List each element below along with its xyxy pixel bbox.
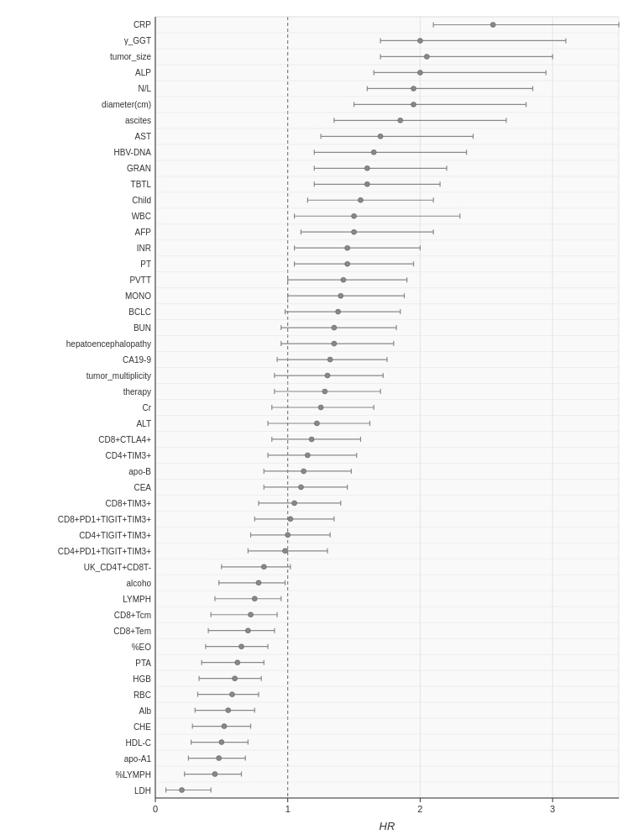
svg-text:PT: PT xyxy=(140,260,151,269)
svg-point-262 xyxy=(233,676,238,681)
svg-point-112 xyxy=(358,197,363,202)
svg-text:0: 0 xyxy=(153,804,158,814)
svg-text:HGB: HGB xyxy=(133,675,151,684)
svg-text:3: 3 xyxy=(550,804,555,814)
svg-text:CEA: CEA xyxy=(134,483,151,492)
svg-text:RBC: RBC xyxy=(134,690,151,700)
svg-text:AST: AST xyxy=(135,132,151,141)
svg-text:alcoho: alcoho xyxy=(127,579,152,588)
svg-text:HDL-C: HDL-C xyxy=(125,738,151,748)
svg-text:MONO: MONO xyxy=(125,291,151,301)
svg-point-117 xyxy=(352,213,357,218)
svg-text:LDH: LDH xyxy=(134,786,151,795)
svg-text:1: 1 xyxy=(285,804,291,814)
svg-point-267 xyxy=(229,692,234,697)
svg-point-82 xyxy=(411,102,416,107)
svg-text:tumor_multiplicity: tumor_multiplicity xyxy=(86,371,151,381)
svg-point-122 xyxy=(352,229,357,234)
svg-point-187 xyxy=(309,437,314,442)
svg-point-207 xyxy=(292,501,297,506)
svg-text:INR: INR xyxy=(137,244,151,253)
svg-point-227 xyxy=(261,564,266,570)
svg-text:UK_CD4T+CD8T-: UK_CD4T+CD8T- xyxy=(84,563,151,572)
svg-text:%LYMPH: %LYMPH xyxy=(115,770,151,780)
svg-point-147 xyxy=(336,309,341,314)
svg-text:ALP: ALP xyxy=(135,68,151,77)
svg-point-212 xyxy=(288,517,293,522)
svg-rect-0 xyxy=(155,17,619,798)
svg-text:BCLC: BCLC xyxy=(128,307,151,317)
svg-point-157 xyxy=(332,341,337,346)
svg-text:CD8+TIM3+: CD8+TIM3+ xyxy=(106,499,152,508)
svg-text:GRAN: GRAN xyxy=(127,164,151,173)
chart-container: // Read data and draw chart CRPγ_GGTtumo… xyxy=(0,0,644,840)
svg-point-152 xyxy=(332,325,337,330)
svg-text:WBC: WBC xyxy=(132,212,151,221)
svg-text:CD4+TIGIT+TIM3+: CD4+TIGIT+TIM3+ xyxy=(79,531,151,540)
svg-point-107 xyxy=(364,181,369,186)
svg-point-292 xyxy=(212,772,217,777)
svg-text:diameter(cm): diameter(cm) xyxy=(102,100,151,109)
svg-text:CRP: CRP xyxy=(134,20,151,29)
svg-point-182 xyxy=(314,421,319,426)
svg-text:BUN: BUN xyxy=(134,323,151,333)
svg-point-72 xyxy=(417,70,422,75)
svg-point-222 xyxy=(283,549,288,554)
svg-point-192 xyxy=(305,453,310,458)
svg-text:CD8+CTLA4+: CD8+CTLA4+ xyxy=(98,435,151,444)
svg-text:ALT: ALT xyxy=(136,419,151,428)
svg-text:apo-B: apo-B xyxy=(128,467,151,476)
svg-text:Alb: Alb xyxy=(139,706,152,716)
svg-text:CHE: CHE xyxy=(134,722,151,732)
svg-point-87 xyxy=(398,118,403,123)
svg-text:γ_GGT: γ_GGT xyxy=(124,36,151,45)
svg-text:hepatoencephalopathy: hepatoencephalopathy xyxy=(66,339,151,349)
svg-point-177 xyxy=(318,405,323,410)
svg-text:CD8+PD1+TIGIT+TIM3+: CD8+PD1+TIGIT+TIM3+ xyxy=(58,515,151,524)
svg-text:LYMPH: LYMPH xyxy=(123,595,151,604)
svg-point-57 xyxy=(490,22,495,27)
svg-point-277 xyxy=(222,724,227,729)
svg-text:PVTT: PVTT xyxy=(129,276,151,285)
svg-point-287 xyxy=(217,756,222,761)
svg-text:N/L: N/L xyxy=(138,84,151,93)
svg-point-257 xyxy=(235,660,240,665)
svg-point-167 xyxy=(325,373,330,378)
svg-point-102 xyxy=(364,165,369,171)
svg-point-232 xyxy=(256,580,261,585)
svg-text:therapy: therapy xyxy=(123,387,151,396)
svg-text:CD4+TIM3+: CD4+TIM3+ xyxy=(106,451,152,460)
svg-point-282 xyxy=(219,740,224,745)
forest-plot-svg: // Read data and draw chart CRPγ_GGTtumo… xyxy=(0,0,644,840)
svg-text:CD8+Tcm: CD8+Tcm xyxy=(114,611,151,620)
svg-point-202 xyxy=(298,485,303,490)
svg-point-272 xyxy=(226,708,231,713)
svg-text:2: 2 xyxy=(417,804,422,814)
svg-point-142 xyxy=(338,293,343,298)
svg-text:apo-A1: apo-A1 xyxy=(124,754,152,764)
svg-point-172 xyxy=(322,389,327,394)
svg-text:CA19-9: CA19-9 xyxy=(123,355,151,365)
svg-text:%EO: %EO xyxy=(132,643,152,652)
svg-point-97 xyxy=(371,150,376,155)
svg-text:HR: HR xyxy=(380,820,395,832)
svg-point-62 xyxy=(417,38,422,43)
svg-point-132 xyxy=(345,261,350,266)
svg-point-67 xyxy=(424,54,429,59)
svg-point-162 xyxy=(327,357,332,362)
svg-text:HBV-DNA: HBV-DNA xyxy=(114,148,152,157)
svg-point-137 xyxy=(341,277,346,282)
svg-text:CD8+Tem: CD8+Tem xyxy=(113,627,151,636)
svg-text:AFP: AFP xyxy=(135,228,152,237)
svg-text:CD4+PD1+TIGIT+TIM3+: CD4+PD1+TIGIT+TIM3+ xyxy=(58,547,151,556)
svg-point-252 xyxy=(239,644,244,649)
svg-point-242 xyxy=(249,612,254,617)
svg-point-297 xyxy=(180,788,185,793)
svg-text:Cr: Cr xyxy=(142,403,151,412)
svg-text:TBTL: TBTL xyxy=(131,180,152,189)
svg-point-197 xyxy=(301,469,306,474)
svg-point-92 xyxy=(378,134,383,139)
svg-text:PTA: PTA xyxy=(135,659,151,668)
svg-point-217 xyxy=(285,533,291,538)
svg-point-237 xyxy=(252,596,257,601)
